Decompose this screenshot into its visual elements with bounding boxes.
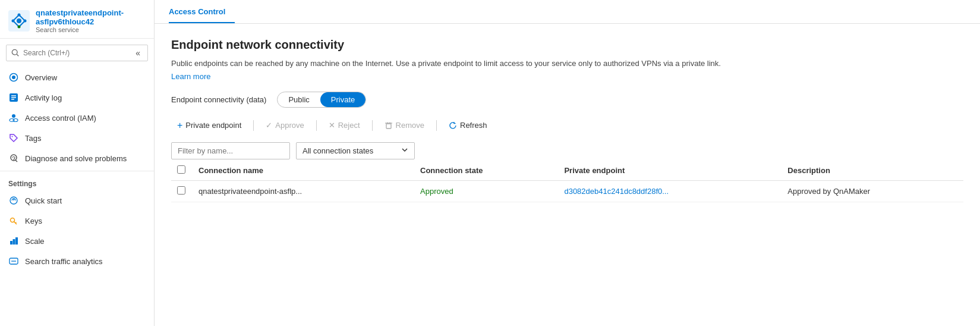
toolbar-divider-2 xyxy=(316,120,317,131)
filter-input[interactable] xyxy=(171,142,290,159)
table-header-row: Connection name Connection state Private… xyxy=(171,159,963,181)
connections-table: Connection name Connection state Private… xyxy=(171,159,963,202)
sidebar-item-search-traffic[interactable]: Search traffic analytics xyxy=(0,251,154,271)
dropdown-value: All connection states xyxy=(302,146,373,155)
chevron-down-icon xyxy=(401,146,408,155)
diagnose-label: Diagnose and solve problems xyxy=(25,154,127,163)
svg-point-15 xyxy=(12,114,15,118)
learn-more-link[interactable]: Learn more xyxy=(171,72,210,81)
remove-button[interactable]: Remove xyxy=(379,118,430,133)
refresh-icon xyxy=(449,121,457,130)
activity-log-icon xyxy=(8,92,19,103)
sidebar-header: qnatestprivateendpoint-asflpv6thlouc42 S… xyxy=(0,0,154,39)
connectivity-label: Endpoint connectivity (data) xyxy=(171,95,266,104)
scale-label: Scale xyxy=(25,237,45,246)
sidebar-item-overview[interactable]: Overview xyxy=(0,67,154,87)
col-header-connection-state: Connection state xyxy=(414,159,558,181)
svg-point-5 xyxy=(18,14,21,17)
svg-point-10 xyxy=(12,76,15,79)
sidebar: qnatestprivateendpoint-asflpv6thlouc42 S… xyxy=(0,0,155,326)
sidebar-item-tags[interactable]: Tags xyxy=(0,128,154,148)
access-control-label: Access control (IAM) xyxy=(25,114,96,123)
svg-point-7 xyxy=(12,49,17,55)
tags-icon xyxy=(8,133,19,143)
endpoint-toggle-group: Public Private xyxy=(277,92,366,108)
checkmark-icon: ✓ xyxy=(266,121,272,130)
tags-label: Tags xyxy=(25,134,41,143)
row-checkbox-cell xyxy=(171,180,193,202)
svg-point-21 xyxy=(11,218,15,222)
add-private-endpoint-button[interactable]: + Private endpoint xyxy=(171,117,247,134)
sidebar-item-diagnose[interactable]: Diagnose and solve problems xyxy=(0,148,154,168)
toolbar: + Private endpoint ✓ Approve ✕ Reject xyxy=(171,117,963,134)
traffic-icon xyxy=(8,256,19,267)
search-icon xyxy=(11,49,20,57)
keys-icon xyxy=(8,215,19,226)
svg-point-3 xyxy=(12,20,15,23)
toolbar-divider-1 xyxy=(253,120,254,131)
sidebar-item-quick-start[interactable]: Quick start xyxy=(0,190,154,211)
row-checkbox[interactable] xyxy=(177,186,185,195)
plus-icon: + xyxy=(177,120,182,131)
svg-point-18 xyxy=(12,136,13,137)
row-description: Approved by QnAMaker xyxy=(782,180,963,202)
collapse-sidebar-button[interactable]: « xyxy=(133,48,143,58)
quick-start-label: Quick start xyxy=(25,196,62,205)
toggle-public-button[interactable]: Public xyxy=(278,92,320,107)
main-content: Access Control Endpoint network connecti… xyxy=(155,0,980,326)
tab-bar: Access Control xyxy=(155,0,980,24)
iam-icon xyxy=(8,112,19,123)
select-all-checkbox[interactable] xyxy=(177,165,185,174)
sidebar-title-block: qnatestprivateendpoint-asflpv6thlouc42 S… xyxy=(36,8,146,33)
sidebar-item-scale[interactable]: Scale xyxy=(0,231,154,251)
connection-state-dropdown[interactable]: All connection states xyxy=(296,142,415,159)
table-row: qnatestprivateendpoint-asflp... Approved… xyxy=(171,180,963,202)
overview-label: Overview xyxy=(25,73,57,82)
svg-rect-24 xyxy=(10,241,12,244)
row-private-endpoint: d3082deb41c241dc8ddf28f0... xyxy=(558,180,782,202)
scale-icon xyxy=(8,236,19,246)
svg-rect-25 xyxy=(13,239,15,244)
cross-icon: ✕ xyxy=(329,121,335,130)
overview-icon xyxy=(8,72,19,83)
search-box[interactable]: « xyxy=(6,45,148,61)
description-text: Public endpoints can be reached by any m… xyxy=(171,58,963,70)
refresh-button[interactable]: Refresh xyxy=(443,118,493,133)
service-type: Search service xyxy=(36,26,146,33)
svg-line-8 xyxy=(17,54,18,56)
row-connection-name: qnatestprivateendpoint-asflp... xyxy=(193,180,414,202)
tab-access-control[interactable]: Access Control xyxy=(169,0,235,23)
toolbar-divider-3 xyxy=(372,120,373,131)
search-input[interactable] xyxy=(23,49,133,57)
activity-log-label: Activity log xyxy=(25,93,62,102)
svg-rect-29 xyxy=(386,124,391,128)
service-name: qnatestprivateendpoint-asflpv6thlouc42 xyxy=(36,8,146,26)
sidebar-item-access-control[interactable]: Access control (IAM) xyxy=(0,108,154,128)
svg-point-6 xyxy=(18,26,21,29)
search-traffic-label: Search traffic analytics xyxy=(25,257,103,266)
svg-line-23 xyxy=(15,222,17,224)
toolbar-divider-4 xyxy=(436,120,437,131)
quickstart-icon xyxy=(8,195,19,206)
reject-button[interactable]: ✕ Reject xyxy=(323,118,366,133)
col-header-connection-name: Connection name xyxy=(193,159,414,181)
col-header-description: Description xyxy=(782,159,963,181)
sidebar-item-keys[interactable]: Keys xyxy=(0,211,154,231)
keys-label: Keys xyxy=(25,217,42,225)
row-connection-state: Approved xyxy=(414,180,558,202)
col-header-private-endpoint: Private endpoint xyxy=(558,159,782,181)
settings-section-label: Settings xyxy=(0,171,154,190)
page-heading: Endpoint network connectivity xyxy=(171,38,963,52)
toggle-private-button[interactable]: Private xyxy=(320,92,365,107)
svg-point-17 xyxy=(13,119,18,122)
sidebar-item-activity-log[interactable]: Activity log xyxy=(0,87,154,108)
svg-point-2 xyxy=(17,18,21,23)
approve-button[interactable]: ✓ Approve xyxy=(260,118,310,133)
filter-row: All connection states xyxy=(171,142,963,159)
connectivity-row: Endpoint connectivity (data) Public Priv… xyxy=(171,92,963,108)
table-header-checkbox xyxy=(171,159,193,181)
private-endpoint-link[interactable]: d3082deb41c241dc8ddf28f0... xyxy=(564,187,669,196)
diagnose-icon xyxy=(8,153,19,164)
content-area: Endpoint network connectivity Public end… xyxy=(155,24,980,326)
svg-point-4 xyxy=(24,20,27,23)
